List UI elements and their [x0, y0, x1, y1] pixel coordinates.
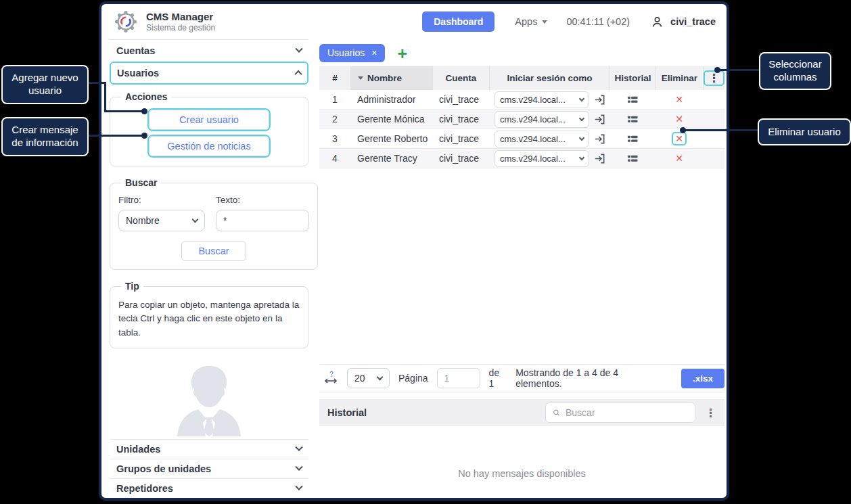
sidebar-item-usuarios[interactable]: Usuarios [111, 63, 307, 83]
page-input[interactable] [437, 368, 480, 388]
callout-seleccionar-columnas: Seleccionar columnas [759, 52, 831, 90]
table-row: 2 Gerente Mónica civi_trace cms.v294.loc… [319, 110, 724, 129]
username: civi_trace [670, 16, 716, 27]
chevron-down-icon [579, 115, 584, 120]
sidebar-item-grupos-de-unidades[interactable]: Grupos de unidades [110, 459, 308, 478]
chevron-down-icon [579, 154, 584, 160]
historial-search-input[interactable] [566, 407, 688, 418]
avatar-placeholder-icon [168, 363, 250, 436]
page-size-select[interactable]: 20 [347, 368, 390, 388]
delete-icon[interactable]: ✕ [673, 94, 685, 105]
table-row: 3 Gerente Roberto civi_trace cms.v294.lo… [319, 129, 724, 149]
of-label: de 1 [489, 367, 507, 389]
col-header-historial[interactable]: Historial [610, 66, 656, 90]
delete-icon[interactable]: ✕ [673, 153, 685, 164]
annotation-line [89, 135, 145, 137]
chevron-down-icon [377, 374, 384, 381]
gestion-noticias-highlight: Gestión de noticias [147, 135, 271, 158]
tab-usuarios[interactable]: Usuarios × [319, 44, 385, 62]
pagination-summary: Mostrando de 1 a 4 de 4 elementos. [515, 367, 664, 389]
callout-agregar-nuevo-usuario: Agregar nuevo usuario [1, 65, 89, 104]
sidebar: Cuentas Usuarios Acciones Crear usuario … [101, 39, 315, 498]
apps-menu[interactable]: Apps [515, 16, 547, 27]
col-header-num[interactable]: # [319, 66, 350, 90]
buscar-panel: Buscar Filtro: Nombre Texto: [110, 177, 318, 270]
buscar-button[interactable]: Buscar [181, 241, 246, 261]
historial-options-icon[interactable]: ⋮ [705, 406, 716, 420]
login-as-select[interactable]: cms.v294.local... [495, 131, 589, 147]
column-resize-icon[interactable]: ? [323, 371, 338, 386]
chevron-down-icon [192, 216, 199, 223]
chevron-down-icon [579, 95, 584, 101]
col-header-iniciar-sesion[interactable]: Iniciar sesión como [489, 66, 610, 90]
texto-input[interactable] [216, 210, 309, 231]
col-header-nombre[interactable]: Nombre [350, 66, 432, 90]
tip-panel: Tip Para copiar un objeto, mantenga apre… [110, 281, 308, 348]
filtro-select[interactable]: Nombre [118, 210, 205, 231]
sidebar-item-repetidores[interactable]: Repetidores [110, 478, 308, 498]
user-menu[interactable]: civi_trace [650, 15, 716, 29]
cms-logo-icon [112, 8, 139, 35]
chevron-down-icon [579, 135, 584, 140]
historial-title: Historial [327, 407, 367, 418]
login-icon[interactable] [594, 114, 605, 125]
column-selector-highlight: ⋮ [704, 70, 724, 86]
chevron-up-icon [294, 70, 302, 78]
callout-crear-mensaje: Crear mensaje de información [1, 117, 89, 156]
filtro-label: Filtro: [118, 195, 205, 205]
add-tab-button[interactable]: + [397, 47, 407, 60]
app-subtitle: Sistema de gestión [146, 23, 215, 32]
col-header-eliminar[interactable]: Eliminar [656, 66, 703, 90]
chevron-down-icon [295, 482, 302, 490]
user-icon [650, 15, 664, 29]
chevron-down-icon [295, 443, 302, 451]
svg-text:?: ? [329, 371, 334, 378]
gestion-noticias-button[interactable]: Gestión de noticias [149, 136, 269, 156]
close-icon[interactable]: × [371, 48, 377, 58]
export-xlsx-button[interactable]: .xlsx [681, 369, 724, 388]
app-title: CMS Manager [146, 11, 215, 23]
login-icon[interactable] [594, 153, 605, 164]
app-window: CMS Manager Sistema de gestión Dashboard… [99, 1, 729, 501]
login-icon[interactable] [594, 94, 605, 106]
column-selector-icon[interactable]: ⋮ [705, 72, 723, 85]
annotation-line [718, 69, 759, 71]
chevron-down-icon [542, 20, 547, 24]
history-icon[interactable] [627, 115, 639, 124]
history-icon[interactable] [627, 154, 639, 163]
historial-panel: Historial ⋮ No hay mensajes disponibles [319, 399, 724, 494]
delete-icon[interactable]: ✕ [673, 133, 685, 144]
annotation-line [683, 129, 758, 131]
login-as-select[interactable]: cms.v294.local... [495, 111, 589, 128]
historial-search[interactable] [545, 403, 695, 423]
clock: 00:41:11 (+02) [566, 16, 630, 27]
annotation-dot [141, 133, 147, 139]
app-header: CMS Manager Sistema de gestión Dashboard… [101, 4, 727, 39]
sidebar-item-integrations[interactable]: Integrations [110, 498, 308, 501]
usuarios-highlight-box: Usuarios [110, 62, 308, 85]
sidebar-item-cuentas[interactable]: Cuentas [110, 39, 308, 62]
annotation-dot [141, 108, 147, 114]
delete-icon[interactable]: ✕ [673, 114, 685, 124]
table-header: # Nombre Cuenta Iniciar sesión como Hist… [319, 66, 724, 90]
pagina-label: Página [398, 373, 428, 384]
history-icon[interactable] [627, 135, 639, 143]
main-area: Usuarios × + # Nombre Cuenta Iniciar ses… [315, 39, 727, 498]
texto-label: Texto: [216, 195, 309, 205]
tip-title: Tip [121, 281, 143, 292]
table-row: 1 Administrador civi_trace cms.v294.loca… [319, 90, 724, 110]
annotation-line [104, 82, 106, 112]
crear-usuario-button[interactable]: Crear usuario [149, 110, 269, 130]
col-header-cuenta[interactable]: Cuenta [432, 66, 489, 90]
sidebar-item-unidades[interactable]: Unidades [110, 439, 308, 459]
tip-text: Para copiar un objeto, mantenga apretada… [118, 298, 300, 340]
acciones-title: Acciones [121, 91, 171, 102]
callout-eliminar-usuario: Eliminar usuario [758, 118, 851, 145]
crear-usuario-highlight: Crear usuario [147, 108, 271, 131]
dashboard-button[interactable]: Dashboard [422, 12, 495, 32]
table-row: 4 Gerente Tracy civi_trace cms.v294.loca… [319, 149, 724, 168]
login-as-select[interactable]: cms.v294.local... [495, 91, 589, 108]
history-icon[interactable] [627, 95, 639, 104]
login-as-select[interactable]: cms.v294.local... [495, 150, 589, 167]
login-icon[interactable] [594, 133, 605, 145]
